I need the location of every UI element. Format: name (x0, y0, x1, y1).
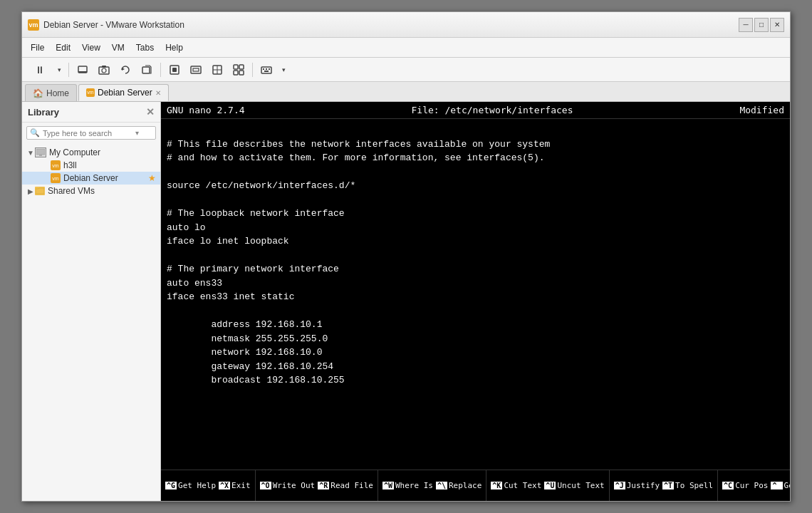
key-exit: ^X (219, 482, 230, 489)
term-line-4: source /etc/network/interfaces.d/* (167, 179, 784, 193)
term-line-2: # and how to activate them. For more inf… (167, 151, 784, 165)
svg-point-3 (102, 68, 106, 73)
revert-button[interactable] (115, 61, 135, 79)
menu-edit[interactable]: Edit (50, 41, 76, 55)
sidebar-title: Library (28, 107, 59, 118)
term-line-3 (167, 165, 784, 180)
search-box: 🔍 ▾ (26, 126, 156, 140)
label-cur-pos: Cur Pos (735, 481, 768, 490)
key-read-file: ^R (318, 482, 329, 489)
app-icon: vm (28, 19, 39, 31)
label-read-file: Read File (330, 481, 373, 490)
key-where-is: ^W (382, 482, 394, 489)
stretch-guest-button[interactable] (207, 61, 227, 79)
main-window: vm Debian Server - VMware Workstation ─ … (21, 11, 791, 502)
term-line-7: auto lo (167, 221, 784, 235)
search-dropdown-arrow[interactable]: ▾ (135, 129, 139, 137)
nano-filename: File: /etc/network/interfaces (411, 105, 573, 115)
unity-button[interactable] (229, 61, 249, 79)
label-justify: Justify (627, 481, 660, 490)
term-line-8: iface lo inet loopback (167, 234, 784, 249)
sidebar-close-button[interactable]: ✕ (146, 106, 155, 118)
menu-tabs[interactable]: Tabs (130, 41, 160, 55)
tab-debian-server[interactable]: vm Debian Server ✕ (78, 84, 169, 101)
expand-icon-shared: ▶ (26, 187, 35, 195)
term-line-0 (167, 123, 784, 138)
svg-rect-4 (102, 66, 106, 68)
term-line-11: auto ens33 (167, 276, 784, 291)
sidebar-header: Library ✕ (22, 102, 160, 123)
status-bar: ^G Get Help ^X Exit ^O Write Out ^R Read… (161, 470, 790, 501)
title-bar: vm Debian Server - VMware Workstation ─ … (22, 12, 790, 38)
menu-file[interactable]: File (25, 41, 50, 55)
svg-rect-10 (193, 68, 199, 71)
menu-view[interactable]: View (76, 41, 106, 55)
tree-item-shared-vms[interactable]: ▶ Shared VMs (22, 185, 160, 197)
tree-item-my-computer[interactable]: ▼ My Computer (22, 146, 160, 159)
label-cut-text: Cut Text (504, 481, 541, 490)
title-controls: ─ □ ✕ (739, 18, 784, 32)
tab-home-label: Home (46, 88, 69, 98)
svg-rect-19 (263, 68, 264, 70)
fit-guest-button[interactable] (186, 61, 206, 79)
minimize-button[interactable]: ─ (739, 18, 753, 32)
window-title: Debian Server - VMware Workstation (43, 20, 184, 30)
tree-item-h3ll[interactable]: vm h3ll (22, 159, 160, 172)
tab-home[interactable]: 🏠 Home (25, 84, 77, 101)
title-bar-left: vm Debian Server - VMware Workstation (28, 19, 184, 31)
full-screen-button[interactable] (165, 61, 184, 79)
term-line-13 (167, 304, 784, 318)
svg-rect-16 (234, 71, 238, 75)
term-line-1: # This file describes the network interf… (167, 138, 784, 152)
menu-vm[interactable]: VM (106, 41, 130, 55)
svg-rect-17 (239, 71, 244, 75)
expand-icon: ▼ (26, 149, 35, 157)
term-line-15: netmask 255.255.255.0 (167, 332, 784, 346)
menu-bar: File Edit View VM Tabs Help (22, 38, 790, 58)
home-icon: 🏠 (33, 88, 43, 98)
debian-server-sidebar-label: Debian Server (63, 173, 118, 183)
label-get-help: Get Help (178, 481, 216, 490)
label-write-out: Write Out (273, 481, 316, 490)
svg-rect-23 (36, 149, 45, 155)
close-button[interactable]: ✕ (770, 18, 784, 32)
toolbar: ⏸ ▾ ▾ (22, 58, 790, 82)
key-get-help: ^G (165, 482, 177, 489)
computer-icon (35, 147, 46, 157)
terminal-body[interactable]: # This file describes the network interf… (161, 119, 790, 470)
pause-button[interactable]: ⏸ (26, 61, 53, 79)
vm-icon-h3ll: vm (51, 160, 61, 170)
tab-close-icon[interactable]: ✕ (155, 89, 161, 97)
snapshot-button[interactable] (94, 61, 114, 79)
menu-help[interactable]: Help (160, 41, 189, 55)
search-input[interactable] (43, 129, 135, 138)
key-replace: ^\ (436, 482, 447, 489)
svg-rect-15 (239, 65, 244, 69)
status-cell-0: ^G Get Help ^X Exit (161, 470, 256, 501)
pause-dropdown: ⏸ ▾ (26, 61, 65, 79)
vm-icon-debian: vm (51, 173, 61, 183)
star-icon[interactable]: ★ (148, 173, 156, 183)
tree-item-debian-server[interactable]: vm Debian Server ★ (22, 172, 160, 185)
term-line-5 (167, 193, 784, 207)
send-keys-button[interactable] (256, 61, 276, 79)
svg-rect-9 (191, 66, 201, 73)
tabs-bar: 🏠 Home vm Debian Server ✕ (22, 82, 790, 102)
key-go-to-line: ^_ (771, 482, 782, 489)
status-cell-3: ^K Cut Text ^U Uncut Text (486, 470, 609, 501)
send-file-button[interactable] (137, 61, 157, 79)
status-cell-5: ^C Cur Pos ^_ Go To Line (718, 470, 790, 501)
send-keys-dropdown[interactable]: ▾ (278, 61, 289, 79)
my-computer-label: My Computer (49, 147, 100, 157)
send-ctrl-alt-del-button[interactable] (73, 61, 93, 79)
maximize-button[interactable]: □ (754, 18, 769, 32)
key-cut-text: ^K (491, 482, 502, 489)
term-line-9 (167, 249, 784, 263)
svg-rect-6 (142, 67, 150, 73)
term-line-10: # The primary network interface (167, 262, 784, 276)
nano-title: GNU nano 2.7.4 (167, 105, 245, 115)
pause-dropdown-arrow[interactable]: ▾ (53, 61, 65, 79)
toolbar-separator-2 (160, 63, 161, 77)
term-line-18: broadcast 192.168.10.255 (167, 373, 784, 388)
toolbar-separator-1 (68, 63, 69, 77)
